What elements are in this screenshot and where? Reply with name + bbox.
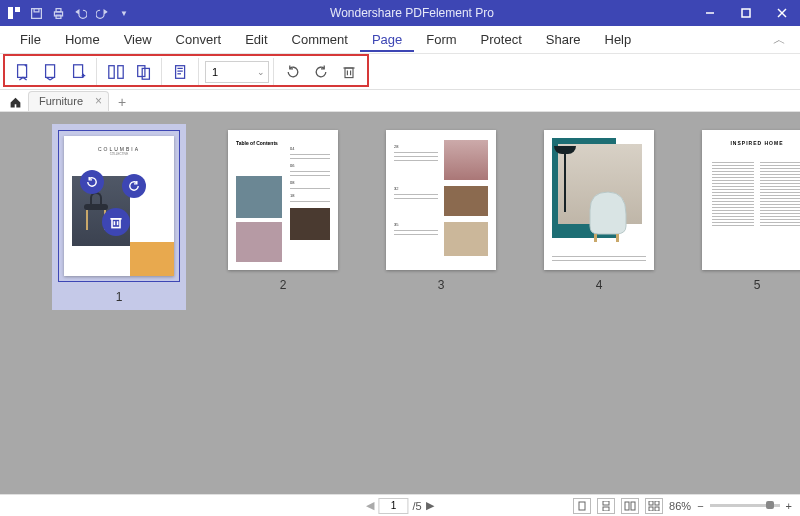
svg-rect-13 <box>74 64 83 77</box>
page-thumb-2[interactable]: Table of Contents 04 06 08 18 2 <box>228 130 338 304</box>
rotate-left-icon[interactable] <box>280 59 306 85</box>
svg-rect-36 <box>603 507 609 511</box>
print-icon[interactable] <box>50 5 66 21</box>
menu-protect[interactable]: Protect <box>469 28 534 51</box>
svg-rect-12 <box>46 64 55 77</box>
menu-view[interactable]: View <box>112 28 164 51</box>
toc-num: 28 <box>394 144 438 149</box>
toc-num: 35 <box>394 222 438 227</box>
menu-comment[interactable]: Comment <box>280 28 360 51</box>
svg-rect-17 <box>118 65 123 78</box>
menu-home[interactable]: Home <box>53 28 112 51</box>
menu-edit[interactable]: Edit <box>233 28 279 51</box>
crop-page-icon[interactable] <box>168 59 194 85</box>
close-tab-icon[interactable]: × <box>95 94 102 108</box>
app-logo-icon <box>6 5 22 21</box>
svg-rect-37 <box>625 502 629 510</box>
svg-rect-0 <box>8 7 13 19</box>
maximize-button[interactable] <box>728 0 764 26</box>
page-number-field[interactable]: ⌄ <box>205 61 269 83</box>
page-thumb-4[interactable]: 4 <box>544 130 654 304</box>
home-tab-icon[interactable] <box>6 93 24 111</box>
view-facing-icon[interactable] <box>621 498 639 514</box>
overlay-rotate-left-icon[interactable] <box>80 170 104 194</box>
redo-icon[interactable] <box>94 5 110 21</box>
app-title: Wondershare PDFelement Pro <box>132 6 692 20</box>
add-blank-page-icon[interactable] <box>66 59 92 85</box>
rotate-right-icon[interactable] <box>308 59 334 85</box>
document-tab-strip: Furniture × + <box>0 90 800 112</box>
svg-rect-34 <box>579 502 585 510</box>
prev-page-icon[interactable]: ◀ <box>366 499 374 512</box>
close-button[interactable] <box>764 0 800 26</box>
svg-rect-28 <box>112 219 120 228</box>
thumbnail-canvas: COLUMBIA COLLECTIVE 1 Table of Contents … <box>0 112 800 494</box>
status-bar: ◀ /5 ▶ 86% − + <box>0 494 800 516</box>
menu-page[interactable]: Page <box>360 28 414 52</box>
zoom-value: 86% <box>669 500 691 512</box>
thumb-number: 2 <box>280 278 287 292</box>
collapse-ribbon-icon[interactable]: ︿ <box>767 31 792 49</box>
menu-file[interactable]: File <box>8 28 53 51</box>
thumb1-subtitle: COLLECTIVE <box>64 152 174 156</box>
overlay-delete-icon[interactable] <box>102 208 130 236</box>
insert-page-icon[interactable] <box>10 59 36 85</box>
page-number-input[interactable] <box>205 61 269 83</box>
view-single-icon[interactable] <box>573 498 591 514</box>
svg-rect-42 <box>655 507 659 511</box>
zoom-slider[interactable] <box>710 504 780 507</box>
document-tab[interactable]: Furniture × <box>28 91 109 111</box>
add-tab-icon[interactable]: + <box>113 93 131 111</box>
status-page-input[interactable] <box>378 498 408 514</box>
merge-doc-icon[interactable] <box>131 59 157 85</box>
thumb1-title: COLUMBIA <box>64 136 174 152</box>
page-toolbar: ⌄ <box>0 54 800 90</box>
thumb-number: 3 <box>438 278 445 292</box>
page-thumb-5[interactable]: INSPIRED HOME 5 <box>702 130 800 304</box>
title-bar: ▼ Wondershare PDFelement Pro <box>0 0 800 26</box>
view-continuous-icon[interactable] <box>597 498 615 514</box>
menu-share[interactable]: Share <box>534 28 593 51</box>
thumb5-title: INSPIRED HOME <box>702 130 800 152</box>
svg-rect-20 <box>176 65 185 78</box>
svg-rect-5 <box>56 8 61 11</box>
svg-rect-40 <box>655 501 659 505</box>
zoom-in-icon[interactable]: + <box>786 500 792 512</box>
page-thumb-3[interactable]: 28 32 35 3 <box>386 130 496 304</box>
overlay-rotate-right-icon[interactable] <box>122 174 146 198</box>
toc-num: 04 <box>290 146 330 151</box>
svg-rect-35 <box>603 501 609 505</box>
svg-rect-24 <box>345 68 353 78</box>
svg-rect-39 <box>649 501 653 505</box>
svg-rect-18 <box>138 65 145 76</box>
menu-bar: File Home View Convert Edit Comment Page… <box>0 26 800 54</box>
menu-convert[interactable]: Convert <box>164 28 234 51</box>
delete-page-icon[interactable] <box>336 59 362 85</box>
svg-rect-3 <box>34 8 39 11</box>
next-page-icon[interactable]: ▶ <box>426 499 434 512</box>
svg-rect-41 <box>649 507 653 511</box>
toc-num: 18 <box>290 193 330 198</box>
svg-rect-1 <box>15 7 20 12</box>
qat-dropdown-icon[interactable]: ▼ <box>116 5 132 21</box>
toc-num: 08 <box>290 180 330 185</box>
status-page-total: /5 <box>412 500 421 512</box>
view-grid-icon[interactable] <box>645 498 663 514</box>
toc-num: 06 <box>290 163 330 168</box>
menu-help[interactable]: Help <box>593 28 644 51</box>
undo-icon[interactable] <box>72 5 88 21</box>
svg-rect-2 <box>31 8 41 18</box>
zoom-out-icon[interactable]: − <box>697 500 703 512</box>
toc-num: 32 <box>394 186 438 191</box>
svg-rect-33 <box>616 234 619 242</box>
minimize-button[interactable] <box>692 0 728 26</box>
menu-form[interactable]: Form <box>414 28 468 51</box>
split-doc-icon[interactable] <box>103 59 129 85</box>
thumb-number: 1 <box>116 290 123 304</box>
thumb-number: 5 <box>754 278 761 292</box>
svg-rect-6 <box>56 15 61 18</box>
svg-rect-11 <box>18 64 27 77</box>
save-icon[interactable] <box>28 5 44 21</box>
page-thumb-1[interactable]: COLUMBIA COLLECTIVE 1 <box>52 124 186 310</box>
extract-page-icon[interactable] <box>38 59 64 85</box>
